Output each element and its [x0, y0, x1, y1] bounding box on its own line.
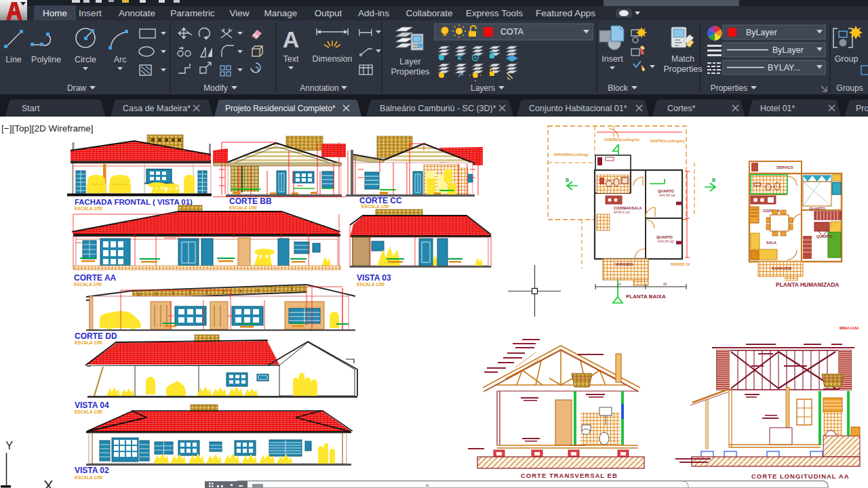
- svg-text:CORTE LONGITUDINAL AA: CORTE LONGITUDINAL AA: [751, 472, 850, 480]
- svg-text:CORTE DD: CORTE DD: [75, 331, 117, 341]
- svg-text:Block: Block: [608, 83, 628, 93]
- svg-text:QUARTO: QUARTO: [816, 235, 833, 239]
- svg-text:X: X: [43, 477, 54, 488]
- svg-text:SERVIÇO: SERVIÇO: [776, 165, 793, 169]
- svg-text:VISTA 02: VISTA 02: [75, 466, 109, 475]
- svg-text:IVAPTK(coz/ling/ln): IVAPTK(coz/ling/ln): [650, 139, 684, 143]
- svg-text:ByLayer: ByLayer: [746, 28, 777, 37]
- svg-text:Text: Text: [283, 54, 299, 64]
- svg-text:QUARTO: QUARTO: [809, 207, 825, 211]
- svg-text:Annotation: Annotation: [300, 83, 338, 93]
- svg-text:Insert: Insert: [79, 8, 102, 18]
- svg-text:Pro: Pro: [856, 104, 868, 113]
- svg-text:FACHADA FRONTAL ( VISTA 01): FACHADA FRONTAL ( VISTA 01): [75, 198, 193, 206]
- svg-text:QUARTO: QUARTO: [656, 235, 673, 239]
- svg-text:A=X,XX m2: A=X,XX m2: [658, 240, 674, 243]
- svg-text:QUARTO: QUARTO: [658, 189, 674, 193]
- svg-text:GARAGEM: GARAGEM: [772, 266, 791, 270]
- svg-text:VARANDA(coz/ling): VARANDA(coz/ling): [553, 152, 588, 157]
- svg-text:Insert: Insert: [601, 54, 623, 64]
- svg-text:ESCALA 1/50: ESCALA 1/50: [361, 204, 389, 209]
- svg-text:Balneário Camburiú - SC (3D)*: Balneário Camburiú - SC (3D)*: [380, 104, 496, 113]
- svg-text:CHEIRO(coz/ling/ln): CHEIRO(coz/ling/ln): [604, 138, 639, 142]
- svg-text:ESCALA 1/50: ESCALA 1/50: [75, 206, 102, 211]
- svg-text:ESCALA 1/50: ESCALA 1/50: [75, 475, 102, 480]
- svg-text:ESCALA 1/50: ESCALA 1/50: [74, 282, 102, 287]
- svg-text:Layer: Layer: [399, 57, 420, 66]
- svg-text:Collaborate: Collaborate: [406, 8, 452, 18]
- svg-text:ESCALA 1/50: ESCALA 1/50: [75, 409, 102, 414]
- svg-text:VISTA 04: VISTA 04: [75, 401, 109, 410]
- svg-text:CORTE TRANSVERSAL EB: CORTE TRANSVERSAL EB: [521, 472, 618, 479]
- svg-text:PLANTA BAIXA: PLANTA BAIXA: [626, 293, 666, 300]
- svg-text:Manage: Manage: [264, 8, 298, 18]
- svg-text:Casa de Madeira*: Casa de Madeira*: [123, 104, 191, 113]
- svg-text:B: B: [566, 178, 569, 182]
- svg-text:Annotate: Annotate: [119, 8, 155, 18]
- svg-text:ESCALA 1/50: ESCALA 1/50: [229, 205, 257, 210]
- svg-text:Groups: Groups: [836, 83, 863, 93]
- svg-text:Y: Y: [5, 439, 13, 452]
- svg-text:CORTE BB: CORTE BB: [229, 197, 272, 206]
- svg-text:ByLayer: ByLayer: [772, 45, 804, 55]
- svg-text:Circle: Circle: [75, 55, 96, 64]
- svg-text:A=XX,X m2: A=XX,X m2: [614, 211, 630, 214]
- svg-text:Arc: Arc: [114, 55, 127, 64]
- svg-text:Projeto Residencial Completo*: Projeto Residencial Completo*: [225, 104, 336, 113]
- svg-text:AF: AF: [663, 283, 667, 286]
- svg-text:Express Tools: Express Tools: [466, 8, 523, 18]
- svg-text:Start: Start: [22, 104, 40, 113]
- svg-text:BYLAY...: BYLAY...: [768, 63, 800, 73]
- svg-text:VARANDA: VARANDA: [615, 262, 633, 266]
- svg-text:COZINHA/SALA: COZINHA/SALA: [614, 206, 642, 210]
- svg-text:Match: Match: [671, 54, 694, 64]
- svg-text:Group: Group: [835, 54, 859, 64]
- svg-text:Modify: Modify: [203, 83, 227, 93]
- svg-text:Line: Line: [5, 55, 22, 64]
- svg-text:B: B: [712, 178, 715, 182]
- svg-text:Polyline: Polyline: [31, 55, 61, 64]
- svg-text:Conjunto Habitacional 01*: Conjunto Habitacional 01*: [529, 104, 627, 113]
- svg-text:Layers: Layers: [471, 83, 495, 93]
- svg-text:COTA: COTA: [500, 27, 524, 37]
- svg-text:Add-ins: Add-ins: [358, 8, 389, 18]
- svg-text:A: A: [283, 26, 300, 52]
- svg-text:ESCALA 1/50: ESCALA 1/50: [75, 340, 102, 345]
- svg-text:Featured Apps: Featured Apps: [536, 8, 595, 18]
- svg-text:Dimension: Dimension: [312, 54, 352, 64]
- svg-text:ESCALA 1/50: ESCALA 1/50: [357, 282, 384, 287]
- svg-text:CORTE AA: CORTE AA: [74, 273, 117, 283]
- svg-text:SALA: SALA: [766, 241, 776, 245]
- svg-text:Cortes*: Cortes*: [667, 104, 696, 113]
- svg-text:Parametric: Parametric: [170, 8, 215, 18]
- svg-text:Properties: Properties: [391, 67, 430, 77]
- svg-text:MINHA CASA: MINHA CASA: [840, 327, 859, 330]
- svg-text:Properties: Properties: [664, 64, 703, 74]
- svg-text:Home: Home: [43, 8, 67, 18]
- svg-text:Properties: Properties: [711, 83, 748, 93]
- svg-text:[−][Top][2D Wireframe]: [−][Top][2D Wireframe]: [1, 123, 93, 134]
- svg-text:Hotel 01*: Hotel 01*: [760, 104, 795, 113]
- svg-text:Output: Output: [315, 8, 342, 18]
- svg-text:VISTA 03: VISTA 03: [357, 273, 391, 283]
- svg-text:LA: LA: [617, 283, 621, 286]
- svg-text:A=X,XX m2: A=X,XX m2: [659, 194, 675, 197]
- svg-text:PAREDE XX: PAREDE XX: [671, 262, 690, 266]
- svg-text:PLANTA HUMANIZADA: PLANTA HUMANIZADA: [776, 281, 840, 288]
- svg-text:View: View: [229, 8, 249, 18]
- svg-text:Draw: Draw: [67, 83, 86, 93]
